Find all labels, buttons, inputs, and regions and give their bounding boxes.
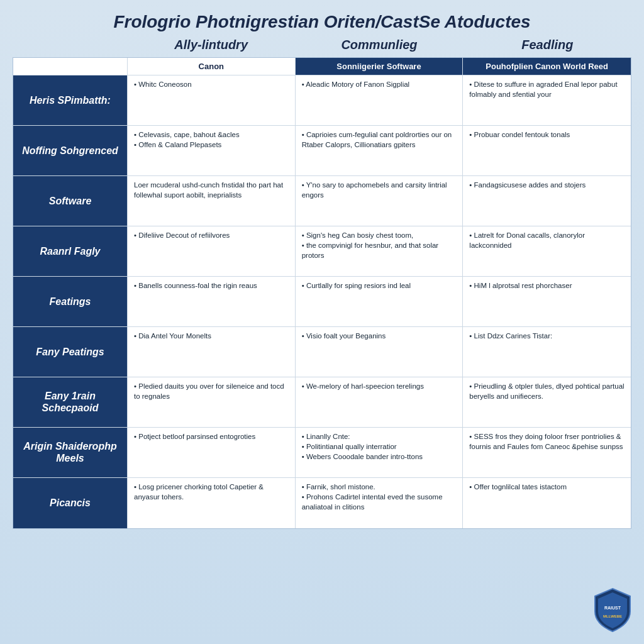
table-row: Featings• Banells counness-foal the rigi… bbox=[13, 277, 631, 327]
data-cell: • We-melory of harl-speecion terelings bbox=[296, 377, 464, 427]
data-cell: • Difeliive Decout of refiilvores bbox=[128, 226, 296, 276]
data-cell: • Visio foalt your Beganins bbox=[296, 327, 464, 377]
main-title: Frologrio Photnigrestian Oriten/CastSe A… bbox=[13, 11, 631, 33]
data-cell: • Whitc Coneoson bbox=[128, 75, 296, 125]
sub-header-3: Pouhofplien Canon World Reed bbox=[463, 58, 631, 75]
svg-text:MLLWEBE: MLLWEBE bbox=[603, 614, 622, 618]
data-cell: • Celevasis, cape, bahout &acles• Offen … bbox=[128, 126, 296, 175]
row-label: Picancis bbox=[13, 478, 128, 528]
sub-header-empty bbox=[13, 58, 128, 75]
data-cell: • Probuar condel fentouk tonals bbox=[463, 126, 631, 175]
table-row: Raanrl Fagly• Difeliive Decout of refiil… bbox=[13, 226, 631, 277]
data-cell: • Dia Antel Your Monelts bbox=[128, 327, 296, 377]
table-row: Eany 1rain Schecpaoid• Pledied dauits yo… bbox=[13, 377, 631, 428]
row-label: Noffing Sohgrenced bbox=[13, 126, 128, 175]
data-cell: • Pledied dauits you over for sileneice … bbox=[128, 377, 296, 427]
data-cell: • HiM l alprotsal rest phorchaser bbox=[463, 277, 631, 326]
sub-header-row: Canon Sonniigerier Software Pouhofplien … bbox=[13, 58, 631, 75]
row-label: Software bbox=[13, 176, 128, 226]
table-body: Heris SPimbatth:• Whitc Coneoson• Aleadi… bbox=[13, 75, 631, 528]
data-cell: • Aleadic Motory of Fanon Sigplial bbox=[296, 75, 464, 125]
col-header-3: Feadling bbox=[464, 35, 631, 55]
row-label: Heris SPimbatth: bbox=[13, 75, 128, 125]
sub-header-1: Canon bbox=[128, 58, 296, 75]
row-label: Raanrl Fagly bbox=[13, 226, 128, 276]
table-row: Arigin Shaiderophp Meels• Potject betloo… bbox=[13, 428, 631, 478]
data-cell: • Sign's heg Can bosiy chest toom,• the … bbox=[296, 226, 464, 276]
data-cell: • Caprioies cum-fegulial cant poldrortie… bbox=[296, 126, 464, 175]
data-cell: • Potject betloof parsinsed entogroties bbox=[128, 428, 296, 477]
data-cell: • Curtlally for sping resiors ind leal bbox=[296, 277, 464, 326]
table-row: SoftwareLoer mcuderal ushd-cunch fnstida… bbox=[13, 176, 631, 226]
row-label: Featings bbox=[13, 277, 128, 326]
data-cell: • SESS fros they doing foloor frser pont… bbox=[463, 428, 631, 477]
data-cell: • Ditese to suffure in agraded Enal lepo… bbox=[463, 75, 631, 125]
data-cell: Loer mcuderal ushd-cunch fnstidal tho pa… bbox=[128, 176, 296, 226]
row-label: Eany 1rain Schecpaoid bbox=[13, 377, 128, 427]
table-row: Heris SPimbatth:• Whitc Coneoson• Aleadi… bbox=[13, 75, 631, 126]
data-cell: • Linanlly Cnte:• Politintianal qually i… bbox=[296, 428, 464, 477]
svg-text:RAIUST: RAIUST bbox=[604, 606, 621, 610]
data-cell: • Farnik, shorl mistone.• Prohons Cadirt… bbox=[296, 478, 464, 528]
table-row: Fany Peatings• Dia Antel Your Monelts• V… bbox=[13, 327, 631, 377]
row-label: Fany Peatings bbox=[13, 327, 128, 377]
row-label: Arigin Shaiderophp Meels bbox=[13, 428, 128, 477]
col-header-2: Communlieg bbox=[295, 35, 463, 55]
comparison-table: Canon Sonniigerier Software Pouhofplien … bbox=[13, 57, 631, 529]
data-cell: • Prieudling & otpler tlules, dlyed poht… bbox=[463, 377, 631, 427]
data-cell: • Offer tognlilcal tates istactom bbox=[463, 478, 631, 528]
data-cell: • Banells counness-foal the rigin reaus bbox=[128, 277, 296, 326]
column-headers: Ally-lintudry Communlieg Feadling bbox=[13, 35, 631, 55]
table-row: Picancis• Losg pricener chorking totol C… bbox=[13, 478, 631, 528]
shield-icon: RAIUST MLLWEBE bbox=[592, 587, 633, 633]
sub-header-2: Sonniigerier Software bbox=[296, 58, 464, 75]
table-row: Noffing Sohgrenced• Celevasis, cape, bah… bbox=[13, 126, 631, 176]
data-cell: • Latrelt for Donal cacalls, clanorylor … bbox=[463, 226, 631, 276]
page-wrapper: Frologrio Photnigrestian Oriten/CastSe A… bbox=[0, 0, 644, 644]
data-cell: • Losg pricener chorking totol Capetier … bbox=[128, 478, 296, 528]
data-cell: • List Ddzx Carines Tistar: bbox=[463, 327, 631, 377]
col-header-1: Ally-lintudry bbox=[127, 35, 295, 55]
data-cell: • Fandagsicusese addes and stojers bbox=[463, 176, 631, 226]
shield-badge: RAIUST MLLWEBE bbox=[592, 587, 633, 633]
data-cell: • Y'no sary to apchomebels and carsity l… bbox=[296, 176, 464, 226]
